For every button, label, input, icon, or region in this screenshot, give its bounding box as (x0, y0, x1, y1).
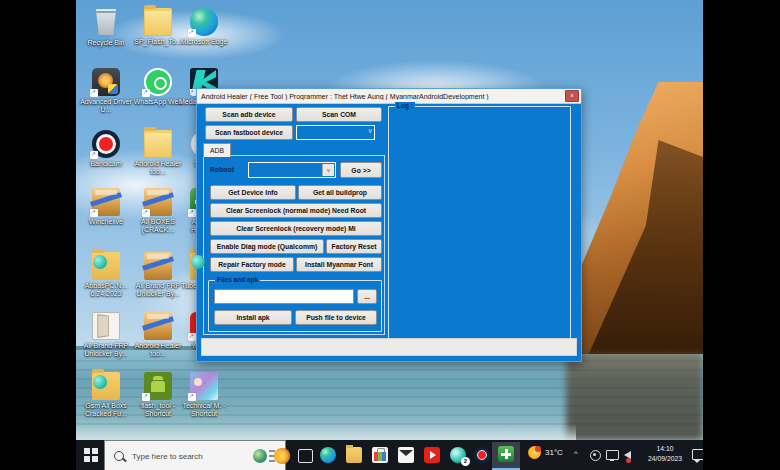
search-input[interactable] (130, 451, 234, 462)
taskbar: 2 31°C ^ 14:10 24/09/2023 (76, 440, 703, 470)
get-all-buildprop-button[interactable]: Get all buildprop (298, 185, 382, 200)
archive-icon (144, 312, 172, 340)
log-output (393, 111, 566, 343)
letterbox-left (0, 0, 76, 470)
clear-screenlock-recovery-button[interactable]: Clear Screenlock (recovery mode) Mi (210, 221, 382, 236)
desktop: Recycle Bin Advanced Driver U... Bandica… (76, 0, 703, 470)
taskbar-clock[interactable]: 14:10 24/09/2023 (642, 444, 688, 464)
desktop-icon-all-brand-frp-rar[interactable]: All Brand FRP Unlocker By... (132, 252, 184, 298)
temperature-label: 31°C (545, 448, 563, 457)
taskbar-youtube-icon[interactable] (424, 447, 440, 463)
tray-audio-icon[interactable] (624, 451, 631, 459)
android-icon (144, 372, 172, 400)
taskbar-store-icon[interactable] (372, 447, 388, 463)
icon-label: Microsoft Edge (178, 38, 230, 46)
desktop-icon-android-healer-rar[interactable]: Android Healer too... (132, 312, 184, 358)
icon-label: Android Healer too... (132, 342, 184, 358)
folder-icon (92, 252, 120, 280)
weather-icon (528, 446, 541, 459)
clock-time: 14:10 (642, 444, 688, 454)
tray-user-icon[interactable] (590, 450, 601, 461)
log-groupbox: Log : (388, 106, 571, 348)
icon-label: AbbasPC.N... 6.24.2023 (80, 282, 132, 298)
scan-fastboot-device-button[interactable]: Scan fastboot device (205, 125, 293, 140)
tab-adb[interactable]: ADB (203, 143, 231, 157)
window-title: Android Healer ( Free Tool ) Programmer … (201, 93, 489, 100)
factory-reset-button[interactable]: Factory Reset (326, 239, 382, 254)
taskbar-explorer-icon[interactable] (346, 447, 362, 463)
recycle-bin-icon (92, 9, 120, 37)
taskbar-weather-widget[interactable]: 31°C (528, 446, 563, 459)
tray-display-icon[interactable] (606, 450, 619, 460)
taskbar-teal-app-icon[interactable]: 2 (450, 447, 466, 463)
browse-button[interactable]: ... (357, 289, 377, 304)
news-interests-icon[interactable] (253, 449, 267, 463)
chevron-down-icon[interactable]: v (322, 164, 334, 176)
desktop-icon-flash-tool[interactable]: flash_tool - Shortcut (132, 372, 184, 418)
get-device-info-button[interactable]: Get Device Info (210, 185, 296, 200)
desktop-icon-winchelive[interactable]: Winchelive (80, 188, 132, 226)
taskbar-mail-icon[interactable] (398, 447, 414, 463)
clear-screenlock-normal-button[interactable]: Clear Screenlock (normal mode) Need Root (210, 203, 382, 218)
archive-icon (92, 188, 120, 216)
desktop-icon-android-healer-folder[interactable]: Android Healer too... (132, 130, 184, 176)
taskbar-search[interactable] (104, 440, 286, 470)
log-group-label: Log : (395, 102, 415, 109)
icon-label: Recycle Bin (80, 39, 132, 47)
taskbar-active-android-healer[interactable] (492, 442, 520, 470)
push-file-button[interactable]: Push file to device (295, 310, 377, 325)
task-view-button[interactable] (298, 449, 313, 463)
icon-label: Android Healer too... (132, 160, 184, 176)
desktop-icon-sp-flash[interactable]: SP_Flash_To... (132, 8, 184, 46)
scan-adb-device-button[interactable]: Scan adb device (205, 107, 293, 122)
fastboot-device-combobox[interactable]: v (296, 125, 375, 140)
repair-factory-mode-button[interactable]: Repair Factory mode (210, 257, 294, 272)
desktop-icon-bandicam[interactable]: Bandicam (80, 130, 132, 168)
window-body: Scan adb device Scan COM Scan fastboot d… (197, 103, 581, 361)
status-bar (201, 338, 577, 356)
file-path-input[interactable] (214, 289, 354, 304)
desktop-icon-whatsapp-web[interactable]: WhatsApp Web (132, 68, 184, 106)
desktop-icon-all-boxes[interactable]: All BOXES (CRACK... (132, 188, 184, 234)
icon-label: All BOXES (CRACK... (132, 218, 184, 234)
desktop-icon-frp-door[interactable]: All Brand FRP Unlocker By... (80, 312, 132, 358)
desktop-icon-edge[interactable]: Microsoft Edge (178, 8, 230, 46)
edge-icon (190, 8, 218, 36)
icon-label: Technical M. - Shortcut (178, 402, 230, 418)
enable-diag-mode-button[interactable]: Enable Diag mode (Qualcomm) (210, 239, 324, 254)
files-apk-group-label: Files and apk (215, 276, 260, 283)
desktop-icon-technical-m[interactable]: Technical M. - Shortcut (178, 372, 230, 418)
start-button[interactable] (84, 448, 98, 462)
chevron-down-icon: v (369, 127, 373, 134)
taskbar-bandicam-icon[interactable] (474, 447, 490, 463)
icon-label: Advanced Driver U... (80, 98, 132, 114)
go-button[interactable]: Go >> (340, 162, 382, 178)
desktop-icon-recycle-bin[interactable]: Recycle Bin (80, 8, 132, 47)
icon-label: Winchelive (80, 218, 132, 226)
reboot-combobox[interactable]: v (248, 162, 336, 178)
folder-icon (144, 8, 172, 36)
taskbar-edge-icon[interactable] (320, 447, 336, 463)
install-apk-button[interactable]: Install apk (214, 310, 292, 325)
window-titlebar[interactable]: Android Healer ( Free Tool ) Programmer … (197, 89, 581, 104)
icon-label: Gsm All Boxs Cracked Fu... (80, 402, 132, 418)
wallpaper-beach (76, 424, 576, 440)
install-myanmar-font-button[interactable]: Install Myanmar Font (296, 257, 382, 272)
search-icon (114, 451, 124, 461)
gear-app-icon (92, 68, 120, 96)
door-icon (92, 312, 120, 340)
desktop-icon-gsm-all-boxs[interactable]: Gsm All Boxs Cracked Fu... (80, 372, 132, 418)
hidden-icons-caret[interactable]: ^ (574, 449, 578, 458)
android-healer-icon (498, 446, 514, 462)
whatsapp-icon (144, 68, 172, 96)
folder-icon (92, 372, 120, 400)
desktop-icon-advanced-driver[interactable]: Advanced Driver U... (80, 68, 132, 114)
android-healer-window: Android Healer ( Free Tool ) Programmer … (196, 88, 582, 362)
icon-label: Bandicam (80, 160, 132, 168)
close-button[interactable]: x (565, 90, 579, 102)
action-center-icon[interactable] (692, 449, 703, 460)
desktop-icon-abbaspc[interactable]: AbbasPC.N... 6.24.2023 (80, 252, 132, 298)
archive-icon (144, 188, 172, 216)
wallpaper-reflection (566, 352, 703, 440)
scan-com-button[interactable]: Scan COM (296, 107, 382, 122)
